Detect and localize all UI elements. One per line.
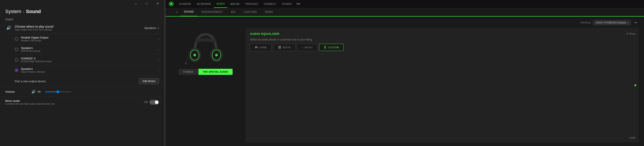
sub-nav-sound[interactable]: SOUND: [180, 8, 197, 16]
content-area: STEREO THX SPATIAL AUDIO AUDIO EQUALIZER…: [171, 28, 639, 142]
reset-label: Reset: [629, 32, 635, 35]
device-list: Realtek Digital Output Realtek USB Audio…: [15, 34, 159, 76]
custom-label: CUSTOM: [328, 46, 339, 49]
nav-item-profiles[interactable]: PROFILES: [243, 0, 261, 8]
list-item[interactable]: Speakers Razer Kraken Ultimate ›: [15, 65, 159, 76]
maximize-button[interactable]: □: [142, 0, 152, 7]
eq-preset-movie[interactable]: 🎬 MOVIE: [273, 44, 296, 51]
radio-button[interactable]: [15, 48, 18, 51]
profile-menu-button[interactable]: •••: [633, 20, 639, 25]
svg-line-8: [186, 56, 189, 63]
breadcrumb: System › Sound: [0, 7, 164, 15]
minimize-button[interactable]: —: [131, 0, 141, 7]
volume-thumb[interactable]: [56, 90, 60, 93]
radio-button[interactable]: [15, 58, 18, 62]
audio-mode-buttons: STEREO THX SPATIAL AUDIO: [178, 69, 232, 75]
db-label: +12dB: [628, 136, 635, 139]
top-navigation: SYNAPSE KEYBOARD AUDIO MOUSE PROFILES CO…: [166, 0, 644, 8]
add-device-button[interactable]: Add device: [139, 78, 159, 84]
mono-subtitle: Combine left and right audio channels in…: [5, 102, 144, 105]
custom-icon: 🎛: [324, 46, 327, 49]
sub-nav-enhancement[interactable]: ENHANCEMENT: [198, 8, 226, 16]
volume-label: Volume: [5, 90, 31, 93]
volume-icon: 🔊: [31, 90, 36, 94]
device-name: Speakers: [21, 67, 158, 70]
mono-toggle-label: Off: [144, 100, 148, 104]
nav-item-connect[interactable]: CONNECT: [261, 0, 279, 8]
reset-button[interactable]: ↺ Reset: [626, 32, 635, 35]
headset-image: [184, 28, 227, 67]
music-label: MUSIC: [304, 46, 313, 49]
profile-name: ASUS VIVOBOOK:Default: [596, 21, 626, 24]
notification-dot: [634, 84, 636, 86]
list-item[interactable]: G34WQC A NVIDIA High Definition Audio ›: [15, 54, 159, 65]
nav-item-keyboard[interactable]: KEYBOARD: [194, 0, 214, 8]
volume-row: Volume 🔊 48: [0, 87, 164, 96]
output-section: 🔊 Choose where to play sound Apps might …: [0, 22, 164, 87]
sub-nav-demo[interactable]: DEMO: [261, 8, 276, 16]
title-bar: — □ ✕: [0, 0, 164, 7]
sub-nav-lighting[interactable]: LIGHTING: [240, 8, 261, 16]
svg-point-11: [215, 54, 218, 56]
device-row-header[interactable]: 🔊 Choose where to play sound Apps might …: [5, 22, 159, 34]
game-label: GAME: [260, 46, 267, 49]
breadcrumb-parent[interactable]: System: [5, 9, 21, 14]
profile-dropdown[interactable]: ASUS VIVOBOOK:Default ▾: [593, 20, 631, 25]
svg-point-9: [185, 62, 187, 64]
radio-button[interactable]: [15, 37, 18, 41]
profile-bar: PROFILE: ASUS VIVOBOOK:Default ▾ •••: [171, 20, 639, 25]
chevron-up-icon: ∧: [158, 27, 159, 29]
stereo-mode-button[interactable]: STEREO: [178, 69, 198, 75]
eq-preset-music[interactable]: ♪ MUSIC: [297, 44, 318, 51]
speaker-icon: 🔊: [5, 24, 12, 31]
volume-value: 48: [38, 90, 43, 93]
breadcrumb-current: Sound: [26, 9, 41, 14]
equalizer-subtitle: Select an audio preset or customize one …: [250, 38, 634, 41]
movie-icon: 🎬: [278, 46, 282, 49]
equalizer-title: AUDIO EQUALIZER: [250, 32, 634, 36]
mono-audio-row: Mono audio Combine left and right audio …: [0, 96, 164, 108]
device-name: G34WQC A: [21, 57, 158, 60]
main-content: PROFILE: ASUS VIVOBOOK:Default ▾ •••: [166, 16, 644, 146]
list-item[interactable]: Realtek Digital Output Realtek USB Audio…: [15, 34, 159, 44]
device-name: Realtek Digital Output: [21, 36, 158, 39]
chevron-right-icon: ›: [158, 69, 159, 72]
mono-title: Mono audio: [5, 99, 144, 102]
thx-mode-button[interactable]: THX SPATIAL AUDIO: [198, 69, 232, 75]
list-item[interactable]: Speakers NVIDIA Broadcast ›: [15, 44, 159, 54]
nav-more-button[interactable]: •••: [295, 2, 302, 6]
device-subtitle: Razer Kraken Ultimate: [21, 70, 158, 73]
reset-icon: ↺: [626, 32, 628, 35]
eq-preset-game[interactable]: 🎮 GAME: [250, 44, 272, 51]
eq-presets: 🎮 GAME 🎬 MOVIE ♪ MUSIC 🎛 CUSTOM: [250, 44, 634, 51]
device-name: Speakers: [21, 46, 158, 50]
windows-sound-panel: — □ ✕ System › Sound Output 🔊 Choose whe…: [0, 0, 164, 146]
game-icon: 🎮: [254, 46, 258, 49]
chevron-right-icon: ›: [158, 58, 159, 61]
sub-navigation: ‹ › SOUND ENHANCEMENT MIC LIGHTING DEMO: [166, 8, 644, 16]
movie-label: MOVIE: [282, 46, 291, 49]
nav-back-button[interactable]: ‹: [168, 9, 174, 14]
mono-toggle[interactable]: [150, 100, 159, 105]
close-button[interactable]: ✕: [152, 0, 162, 7]
eq-preset-custom[interactable]: 🎛 CUSTOM: [319, 44, 344, 51]
equalizer-section: AUDIO EQUALIZER Select an audio preset o…: [246, 28, 639, 142]
headset-section: STEREO THX SPATIAL AUDIO: [171, 28, 240, 142]
razer-logo: [168, 1, 174, 7]
nav-item-studio[interactable]: STUDIO: [279, 0, 294, 8]
nav-forward-button[interactable]: ›: [174, 9, 180, 14]
pair-device-row: Pair a new output device Add device: [15, 76, 159, 87]
sub-nav-mic[interactable]: MIC: [227, 8, 240, 16]
radio-button-selected[interactable]: [15, 68, 18, 72]
current-device-label: Speakers: [144, 26, 156, 30]
device-subtitle: NVIDIA High Definition Audio: [21, 60, 158, 63]
nav-item-synapse[interactable]: SYNAPSE: [176, 0, 194, 8]
volume-slider[interactable]: [45, 92, 71, 92]
svg-point-10: [194, 54, 196, 56]
volume-fill: [45, 92, 58, 92]
chevron-right-icon: ›: [158, 38, 159, 40]
nav-item-audio[interactable]: AUDIO: [214, 0, 227, 8]
profile-label: PROFILE:: [580, 21, 591, 24]
breadcrumb-separator: ›: [23, 9, 24, 14]
nav-item-mouse[interactable]: MOUSE: [228, 0, 242, 8]
